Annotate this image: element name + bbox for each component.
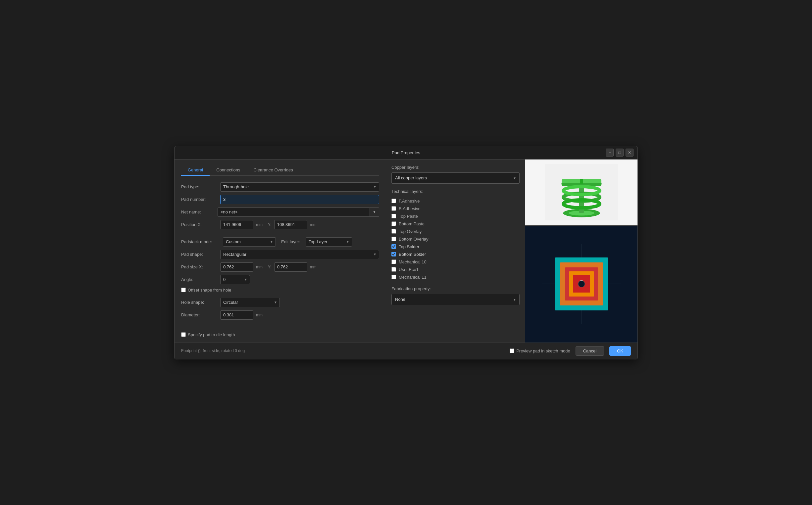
pad-shape-label: Pad shape: [181, 252, 218, 257]
angle-row: Angle: 0 ▼ ° [181, 275, 379, 284]
position-y-input[interactable] [274, 220, 307, 229]
middle-panel: Copper layers: All copper layers ▼ Techn… [386, 160, 525, 343]
padstack-mode-row: Padstack mode: Custom ▼ Edit layer: Top … [181, 237, 379, 246]
fabrication-select[interactable]: None [391, 294, 520, 305]
tab-general[interactable]: General [181, 165, 210, 176]
padstack-mode-select[interactable]: Custom [223, 237, 276, 246]
close-button[interactable]: ✕ [626, 149, 634, 157]
pad-number-input[interactable] [220, 195, 379, 204]
die-length-label-text: Specify pad to die length [188, 332, 235, 337]
net-name-label: Net name: [181, 209, 218, 214]
footer-right: Preview pad in sketch mode Cancel OK [510, 346, 631, 356]
net-name-row: Net name: ▼ [181, 207, 379, 217]
hole-shape-select[interactable]: Circular [220, 298, 280, 307]
offset-label-text: Offset shape from hole [188, 288, 231, 293]
technical-layers-label: Technical layers: [391, 189, 520, 194]
layer-item-bottom-solder: Bottom Solder [391, 251, 520, 258]
layer-item-top-overlay: Top Overlay [391, 228, 520, 234]
layer-checkbox-top-overlay[interactable] [391, 229, 396, 234]
pad-number-row: Pad number: [181, 195, 379, 204]
pad-size-x-input[interactable] [220, 263, 253, 272]
coil-svg [545, 164, 618, 220]
ok-button[interactable]: OK [609, 346, 631, 356]
layer-item-user-eco1: User.Eco1 [391, 267, 520, 273]
layer-checkbox-user-eco1[interactable] [391, 267, 396, 272]
position-x-input[interactable] [220, 220, 253, 229]
layer-item-top-solder: Top Solder [391, 243, 520, 250]
pad-size-y-input[interactable] [274, 263, 307, 272]
layer-checkbox-top-solder[interactable] [391, 244, 396, 249]
offset-row: Offset shape from hole [181, 288, 379, 293]
dialog-body: General Connections Clearance Overrides … [174, 160, 638, 343]
pad-type-label: Pad type: [181, 184, 218, 189]
pad-type-row: Pad type: Through-hole ▼ [181, 182, 379, 192]
svg-rect-9 [580, 179, 583, 184]
net-name-dropdown-button[interactable]: ▼ [370, 207, 379, 217]
footer-status: Footprint (), front side, rotated 0 deg [181, 348, 245, 353]
layer-item-top-paste: Top Paste [391, 213, 520, 219]
layer-name-top-solder: Top Solder [399, 244, 419, 249]
layer-name-mechanical-11: Mechanical 11 [399, 275, 426, 280]
pad-3d-preview [525, 160, 638, 226]
layer-checkbox-b-adhesive[interactable] [391, 206, 396, 211]
tab-clearance-overrides[interactable]: Clearance Overrides [247, 165, 300, 176]
layer-item-b-adhesive: B.Adhesive [391, 205, 520, 212]
dialog-title: Pad Properties [392, 150, 420, 155]
pad-properties-dialog: Pad Properties − □ ✕ General Connections… [174, 146, 638, 359]
layer-name-user-eco1: User.Eco1 [399, 267, 419, 272]
offset-checkbox[interactable] [181, 288, 186, 292]
diameter-input[interactable] [220, 310, 253, 320]
die-length-checkbox-label[interactable]: Specify pad to die length [181, 332, 235, 337]
layer-checkbox-f-adhesive[interactable] [391, 198, 396, 203]
layer-checkbox-top-paste[interactable] [391, 214, 396, 218]
layer-list: F.Adhesive B.Adhesive Top Paste Bottom P… [391, 198, 520, 280]
maximize-button[interactable]: □ [616, 149, 624, 157]
layer-name-mechanical-10: Mechanical 10 [399, 260, 426, 265]
layer-name-bottom-solder: Bottom Solder [399, 252, 426, 257]
layer-name-f-adhesive: F.Adhesive [399, 198, 420, 203]
diameter-row: Diameter: mm [181, 310, 379, 320]
padstack-mode-label: Padstack mode: [181, 239, 218, 244]
sketch-mode-text: Preview pad in sketch mode [516, 348, 570, 353]
angle-select[interactable]: 0 [220, 275, 250, 284]
pad-type-select[interactable]: Through-hole [220, 182, 379, 192]
tab-connections[interactable]: Connections [210, 165, 247, 176]
titlebar: Pad Properties − □ ✕ [174, 146, 638, 160]
copper-layers-select[interactable]: All copper layers [391, 172, 520, 184]
fabrication-label: Fabrication property: [391, 286, 520, 291]
layer-checkbox-bottom-paste[interactable] [391, 221, 396, 226]
edit-layer-select[interactable]: Top Layer [306, 237, 352, 246]
dialog-footer: Footprint (), front side, rotated 0 deg … [174, 343, 638, 359]
layer-name-top-overlay: Top Overlay [399, 229, 422, 234]
angle-label: Angle: [181, 277, 218, 282]
position-row: Position X: mm Y: mm [181, 220, 379, 229]
edit-layer-label: Edit layer: [281, 239, 300, 244]
sketch-mode-label[interactable]: Preview pad in sketch mode [510, 348, 570, 353]
hole-shape-label: Hole shape: [181, 300, 218, 305]
layer-checkbox-bottom-solder[interactable] [391, 252, 396, 257]
offset-checkbox-label[interactable]: Offset shape from hole [181, 288, 231, 293]
right-panel: 3 [525, 160, 638, 343]
pad-size-x-label: Pad size X: [181, 265, 218, 270]
copper-select-wrap: All copper layers ▼ [391, 172, 520, 184]
layer-checkbox-mechanical-11[interactable] [391, 275, 396, 279]
layer-checkbox-mechanical-10[interactable] [391, 260, 396, 264]
position-y-label: Y: [268, 222, 272, 227]
pad-size-y-unit: mm [310, 265, 316, 270]
die-length-checkbox[interactable] [181, 332, 186, 337]
pad-shape-row: Pad shape: Rectangular ▼ [181, 250, 379, 259]
pad-size-row: Pad size X: mm Y: mm [181, 263, 379, 272]
layer-name-top-paste: Top Paste [399, 214, 418, 219]
tabs: General Connections Clearance Overrides [181, 165, 379, 176]
pad-shape-select[interactable]: Rectangular [220, 250, 379, 259]
cancel-button[interactable]: Cancel [575, 346, 604, 356]
pad-size-y-label: Y: [268, 265, 272, 270]
minimize-button[interactable]: − [606, 149, 614, 157]
net-name-input[interactable] [218, 207, 370, 217]
window-controls: − □ ✕ [606, 149, 634, 157]
pad-number-label: Pad number: [181, 197, 218, 202]
position-y-unit: mm [310, 222, 316, 227]
diameter-unit: mm [256, 313, 263, 317]
sketch-mode-checkbox[interactable] [510, 348, 514, 353]
layer-checkbox-bottom-overlay[interactable] [391, 236, 396, 241]
